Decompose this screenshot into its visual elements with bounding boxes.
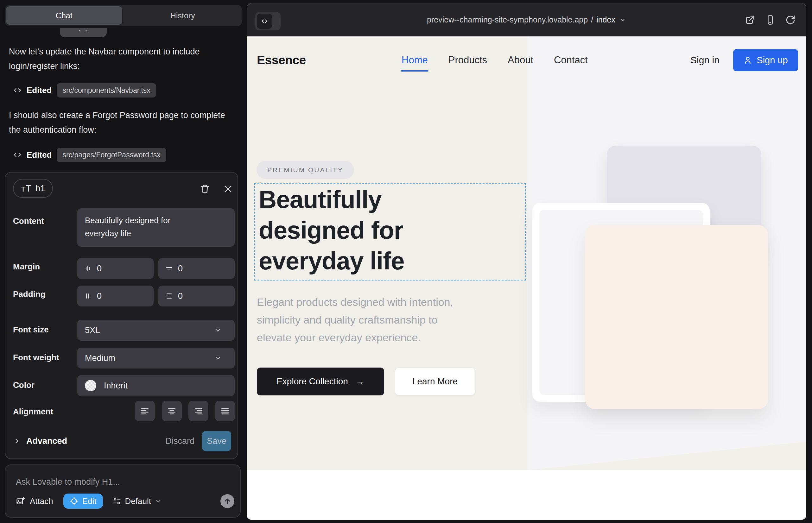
composer-input[interactable]: Ask Lovable to modify H1... bbox=[16, 477, 120, 487]
preview-actions bbox=[745, 3, 796, 36]
discard-button[interactable]: Discard bbox=[158, 436, 202, 446]
refresh-button[interactable] bbox=[785, 15, 796, 25]
chat-composer: Ask Lovable to modify H1... Attach bbox=[5, 465, 241, 518]
code-preview-toggle[interactable] bbox=[255, 12, 281, 30]
tab-chat[interactable]: Chat bbox=[6, 6, 122, 25]
site-canvas: Essence Home Products About Contact Sign… bbox=[247, 36, 806, 520]
margin-horizontal-icon bbox=[84, 265, 92, 272]
mobile-view-button[interactable] bbox=[765, 15, 775, 25]
edited-label: Edited bbox=[27, 86, 52, 95]
align-right-icon bbox=[194, 407, 203, 415]
sign-in-link[interactable]: Sign in bbox=[690, 36, 720, 84]
nav-links: Home Products About Contact bbox=[402, 36, 588, 84]
user-icon bbox=[743, 56, 752, 65]
edited-label: Edited bbox=[27, 150, 52, 160]
font-size-select[interactable]: 5XL bbox=[77, 320, 235, 341]
nav-link-home[interactable]: Home bbox=[402, 54, 428, 66]
site-logo[interactable]: Essence bbox=[257, 36, 306, 84]
mode-select[interactable]: Default bbox=[112, 497, 162, 506]
sign-up-button[interactable]: Sign up bbox=[733, 49, 798, 71]
margin-vertical-field[interactable] bbox=[158, 258, 235, 279]
preview-path: index bbox=[596, 15, 615, 24]
target-icon bbox=[70, 497, 78, 506]
align-justify-button[interactable] bbox=[215, 401, 235, 421]
align-left-icon bbox=[141, 407, 149, 415]
padding-horizontal-field[interactable] bbox=[77, 286, 154, 306]
chat-message: I should also create a Forgot Password p… bbox=[9, 108, 232, 137]
refresh-icon bbox=[785, 15, 796, 25]
tab-history[interactable]: History bbox=[125, 6, 241, 25]
align-center-button[interactable] bbox=[162, 401, 182, 421]
margin-vertical-icon bbox=[165, 265, 173, 272]
type-icon: ᴛT bbox=[21, 184, 31, 194]
open-in-new-tab-button[interactable] bbox=[745, 15, 755, 25]
font-weight-select[interactable]: Medium bbox=[77, 348, 235, 368]
align-center-icon bbox=[167, 407, 176, 415]
code-icon bbox=[13, 151, 21, 159]
align-justify-icon bbox=[221, 407, 229, 415]
delete-element-button[interactable] bbox=[198, 183, 211, 195]
composer-toolbar: Attach Edit Default bbox=[16, 492, 234, 511]
hero-badge: PREMIUM QUALITY bbox=[257, 161, 354, 179]
editor-footer: Advanced Discard Save bbox=[13, 431, 231, 451]
edit-mode-button[interactable]: Edit bbox=[63, 493, 103, 509]
decor-card-cream bbox=[585, 225, 768, 409]
sliders-icon bbox=[112, 497, 121, 506]
hero-cta-row: Explore Collection → Learn More bbox=[257, 367, 475, 395]
content-field[interactable]: Beautifully designed for everyday life bbox=[77, 208, 235, 247]
app: Chat History Now let's update the Navbar… bbox=[0, 0, 812, 523]
file-chip[interactable]: src/pages/ForgotPassword.tsx bbox=[57, 148, 166, 162]
font-size-label: Font size bbox=[13, 325, 49, 335]
margin-label: Margin bbox=[13, 262, 40, 272]
chevron-down-icon bbox=[155, 498, 162, 505]
padding-vertical-field[interactable] bbox=[158, 286, 235, 306]
arrow-right-icon: → bbox=[356, 376, 365, 386]
file-chip[interactable]: src/components/Navbar.tsx bbox=[57, 83, 156, 97]
trash-icon bbox=[200, 184, 210, 194]
nav-link-contact[interactable]: Contact bbox=[554, 54, 588, 66]
preview-toolbar: preview--charming-site-symphony.lovable.… bbox=[247, 3, 806, 36]
scrolled-chip bbox=[60, 28, 107, 37]
padding-vertical-icon bbox=[165, 292, 173, 300]
chat-message: Now let's update the Navbar component to… bbox=[9, 44, 232, 73]
external-link-icon bbox=[745, 15, 755, 25]
preview-url: preview--charming-site-symphony.lovable.… bbox=[427, 15, 588, 24]
arrow-up-icon bbox=[223, 497, 231, 505]
color-field[interactable]: Inherit bbox=[77, 375, 235, 396]
transparent-swatch-icon bbox=[85, 380, 96, 391]
nav-link-about[interactable]: About bbox=[508, 54, 533, 66]
margin-horizontal-field[interactable] bbox=[77, 258, 154, 279]
nav-link-products[interactable]: Products bbox=[448, 54, 487, 66]
explore-collection-button[interactable]: Explore Collection → bbox=[257, 367, 384, 395]
element-tag-badge: ᴛT h1 bbox=[13, 179, 53, 198]
padding-horizontal-icon bbox=[84, 292, 92, 300]
preview-window: preview--charming-site-symphony.lovable.… bbox=[247, 3, 806, 520]
advanced-toggle[interactable]: Advanced bbox=[13, 436, 67, 446]
element-editor-panel: ᴛT h1 Content Beautifully designed for e… bbox=[5, 172, 238, 459]
font-weight-label: Font weight bbox=[13, 353, 59, 362]
selected-element-outline[interactable]: Beautifully designed for everyday life bbox=[254, 183, 526, 281]
chevron-down-icon bbox=[619, 16, 626, 23]
learn-more-button[interactable]: Learn More bbox=[395, 367, 475, 395]
edited-file-row: Edited src/components/Navbar.tsx bbox=[13, 82, 156, 98]
attach-button[interactable]: Attach bbox=[16, 497, 53, 506]
send-button[interactable] bbox=[220, 494, 234, 508]
edited-file-row: Edited src/pages/ForgotPassword.tsx bbox=[13, 147, 166, 163]
code-icon bbox=[260, 17, 268, 25]
url-bar[interactable]: preview--charming-site-symphony.lovable.… bbox=[427, 15, 626, 24]
padding-label: Padding bbox=[13, 289, 46, 299]
color-label: Color bbox=[13, 380, 35, 390]
hero-description: Elegant products designed with intention… bbox=[257, 293, 453, 346]
close-panel-button[interactable] bbox=[222, 183, 234, 195]
hero-heading: Beautifully designed for everyday life bbox=[259, 184, 404, 276]
code-icon bbox=[13, 86, 21, 94]
smartphone-icon bbox=[765, 15, 775, 25]
align-right-button[interactable] bbox=[189, 401, 208, 421]
site-navbar: Essence Home Products About Contact Sign… bbox=[247, 36, 806, 84]
align-left-button[interactable] bbox=[135, 401, 155, 421]
chevron-down-icon bbox=[214, 354, 222, 362]
chevron-right-icon bbox=[13, 437, 21, 445]
save-button[interactable]: Save bbox=[202, 431, 231, 451]
chat-history-tabs: Chat History bbox=[5, 5, 242, 26]
chevron-down-icon bbox=[214, 326, 222, 334]
